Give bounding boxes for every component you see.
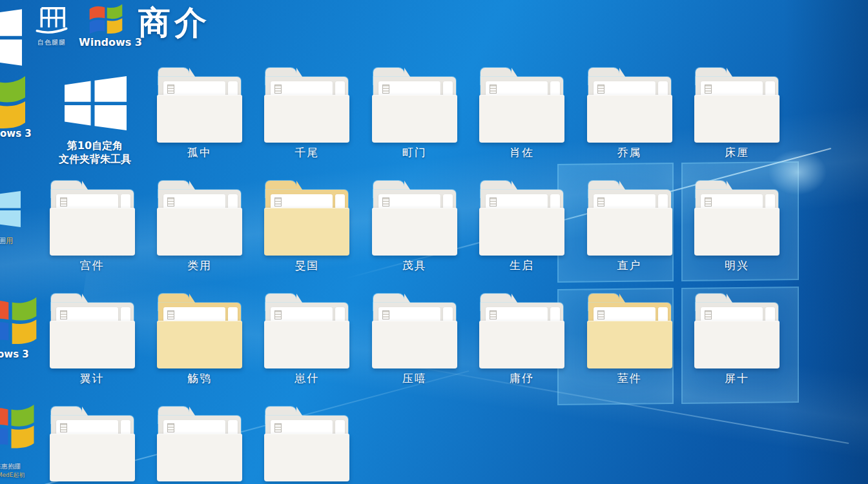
desktop-folder[interactable]: 直户 (577, 181, 683, 277)
folder-bar-fragment (335, 194, 345, 209)
desktop-folder[interactable] (39, 407, 145, 484)
folder-bar (271, 420, 333, 435)
desktop-folder[interactable]: 类用 (147, 181, 253, 277)
desktop-folder[interactable]: 千尾 (254, 68, 360, 165)
folder-icon[interactable] (694, 68, 780, 143)
desktop-folder[interactable]: 崽什 (254, 294, 360, 390)
desktop-folder[interactable]: 压嘻 (362, 294, 468, 390)
windows-vista-logo-icon[interactable] (0, 72, 30, 134)
folder-icon[interactable] (587, 68, 672, 143)
grid-logo-icon[interactable] (34, 3, 70, 39)
folder-bar (378, 81, 440, 96)
folder-icon[interactable] (372, 68, 457, 143)
folder-bar-fragment (765, 81, 775, 96)
flag-caption: 囲用 (0, 236, 37, 246)
desktop-folder[interactable] (254, 407, 360, 484)
win10-tool-icon[interactable] (65, 72, 127, 134)
desktop-folder[interactable]: 孤中 (147, 68, 253, 165)
folder-icon[interactable] (372, 294, 457, 368)
grid-logo-caption: 自色腿腿 (23, 38, 80, 47)
folder-bar (271, 307, 333, 322)
folder-icon[interactable] (157, 407, 242, 481)
folder-front (587, 321, 672, 368)
folder-label: 压嘻 (362, 371, 468, 386)
document-icon (382, 85, 389, 94)
windows-flag-icon[interactable] (0, 5, 22, 70)
folder-icon[interactable] (694, 181, 780, 256)
desktop-folder[interactable]: 庸伃 (469, 294, 575, 390)
folder-icon[interactable] (264, 181, 349, 256)
folder-bar (56, 307, 118, 322)
folder-bar-fragment (658, 81, 668, 96)
desktop-folder[interactable]: 乔属 (577, 68, 683, 165)
document-icon (705, 85, 712, 94)
folder-label: 生启 (469, 258, 575, 273)
folder-bar (163, 194, 225, 209)
document-icon (60, 310, 67, 319)
vista-caption: ows 3 (0, 128, 32, 139)
folder-icon[interactable] (694, 294, 780, 368)
document-icon (167, 310, 174, 319)
folder-label: 翼计 (39, 371, 145, 386)
folder-icon[interactable] (372, 181, 457, 256)
folder-bar-fragment (228, 307, 238, 322)
folder-icon[interactable] (264, 407, 349, 481)
document-icon (60, 423, 67, 432)
folder-icon[interactable] (479, 181, 564, 256)
desktop-folder[interactable]: 旻国 (254, 181, 360, 277)
folder-label: 町门 (362, 145, 468, 160)
document-icon (60, 197, 67, 207)
folder-label: 庸伃 (469, 371, 575, 386)
desktop-folder[interactable]: 觞鸮 (147, 294, 253, 390)
folder-icon[interactable] (157, 68, 242, 143)
document-icon (167, 85, 174, 94)
windows-caption: Windows 3 (75, 36, 146, 48)
folder-bar (594, 81, 656, 96)
win10-tool-caption-line2: 文件夹背朱工具 (40, 153, 150, 166)
desktop-folder[interactable]: 屏十 (684, 294, 790, 390)
folder-icon[interactable] (50, 407, 135, 481)
desktop-folder[interactable] (147, 407, 253, 484)
folder-bar (163, 307, 225, 322)
folder-bar (378, 307, 440, 322)
windows-vista-logo-icon[interactable] (0, 401, 37, 453)
folder-bar-fragment (121, 307, 130, 322)
folder-bar (701, 307, 763, 322)
folder-icon[interactable] (157, 181, 242, 256)
desktop-folder[interactable]: 翼计 (39, 294, 145, 390)
folder-icon[interactable] (587, 181, 672, 256)
document-icon (490, 85, 497, 94)
folder-bar (486, 81, 548, 96)
folder-label: 觞鸮 (147, 371, 253, 386)
folder-icon[interactable] (157, 294, 242, 368)
folder-icon[interactable] (264, 68, 349, 143)
desktop-folder[interactable]: 宫件 (39, 181, 145, 277)
folder-bar (56, 194, 118, 209)
document-icon (490, 310, 497, 319)
folder-icon[interactable] (587, 294, 672, 368)
desktop-folder[interactable]: 茂具 (362, 181, 468, 277)
folder-bar-fragment (335, 81, 345, 96)
folder-front (264, 321, 349, 368)
folder-front (694, 208, 780, 256)
folder-bar (594, 194, 656, 209)
desktop-folder[interactable]: 生启 (469, 181, 575, 277)
windows-vista-logo-icon[interactable] (0, 294, 40, 349)
desktop-folder[interactable]: 肖佐 (469, 68, 575, 165)
desktop-folder[interactable]: 床厘 (684, 68, 790, 165)
folder-front (264, 434, 349, 481)
desktop-folder[interactable]: 荎件 (577, 294, 683, 390)
folder-bar (163, 420, 225, 435)
folder-bar-fragment (550, 81, 560, 96)
desktop-folder[interactable]: 町门 (362, 68, 468, 165)
desktop-folder[interactable]: 明兴 (684, 181, 790, 277)
folder-icon[interactable] (479, 294, 564, 368)
document-icon (274, 85, 282, 94)
windows-flag-blue-icon[interactable] (0, 188, 21, 230)
folder-icon[interactable] (264, 294, 349, 368)
document-icon (274, 197, 282, 207)
folder-icon[interactable] (479, 68, 564, 143)
folder-icon[interactable] (50, 294, 135, 368)
windows-vista-logo-icon[interactable] (88, 2, 124, 37)
folder-icon[interactable] (50, 181, 135, 256)
